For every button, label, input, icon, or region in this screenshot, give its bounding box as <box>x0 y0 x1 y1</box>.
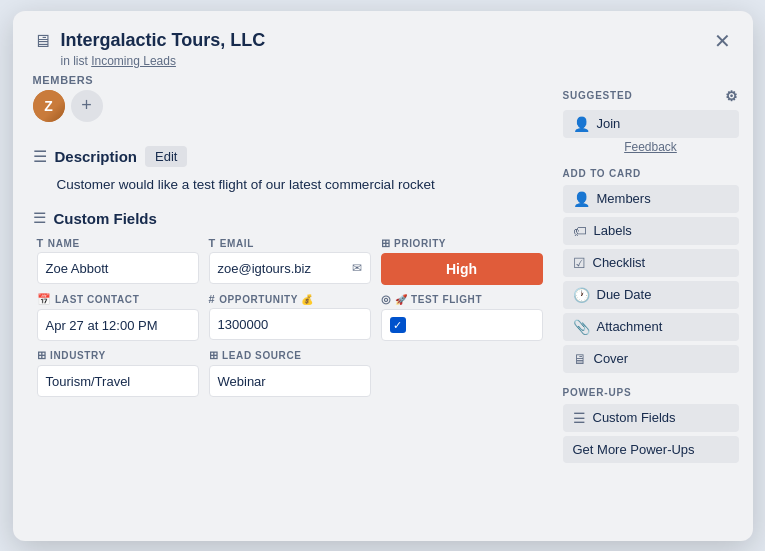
cf-industry-field: ⊞ INDUSTRY Tourism/Travel <box>37 349 199 397</box>
description-title: Description <box>55 148 138 165</box>
cf-email-field: T EMAIL zoe@igtours.biz ✉ <box>209 237 371 285</box>
description-section: ☰ Description Edit Customer would like a… <box>33 146 543 195</box>
in-list-text: in list Incoming Leads <box>61 54 733 68</box>
gear-icon[interactable]: ⚙ <box>725 88 739 104</box>
description-text: Customer would like a test flight of our… <box>33 175 543 195</box>
attachment-button[interactable]: 📎 Attachment <box>563 313 739 341</box>
add-member-button[interactable]: + <box>71 90 103 122</box>
cf-opportunity-field: # OPPORTUNITY 💰 1300000 <box>209 293 371 341</box>
avatar[interactable]: Z <box>33 90 65 122</box>
checkbox-checked-icon: ✓ <box>390 317 406 333</box>
add-to-card-label: ADD TO CARD <box>563 168 739 179</box>
cf-email-label: T EMAIL <box>209 237 371 249</box>
email-envelope-icon: ✉ <box>352 261 362 275</box>
cf-name-value[interactable]: Zoe Abbott <box>37 252 199 284</box>
members-list: Z + <box>33 90 543 136</box>
cf-email-icon: T <box>209 237 216 249</box>
cf-industry-label: ⊞ INDUSTRY <box>37 349 199 362</box>
due-date-icon: 🕐 <box>573 287 590 303</box>
cf-last-contact-field: 📅 LAST CONTACT Apr 27 at 12:00 PM <box>37 293 199 341</box>
get-more-power-ups-button[interactable]: Get More Power-Ups <box>563 436 739 463</box>
cover-button[interactable]: 🖥 Cover <box>563 345 739 373</box>
cf-test-flight-value[interactable]: ✓ <box>381 309 543 341</box>
cf-test-flight-icon: ◎ <box>381 293 392 306</box>
cf-lead-source-field: ⊞ LEAD SOURCE Webinar <box>209 349 371 397</box>
desc-header: ☰ Description Edit <box>33 146 543 167</box>
cf-email-value[interactable]: zoe@igtours.biz ✉ <box>209 252 371 284</box>
edit-description-button[interactable]: Edit <box>145 146 187 167</box>
cf-name-label: T NAME <box>37 237 199 249</box>
cf-test-flight-label: ◎ 🚀 TEST FLIGHT <box>381 293 543 306</box>
cf-industry-value[interactable]: Tourism/Travel <box>37 365 199 397</box>
custom-fields-power-up-icon: ☰ <box>573 410 586 426</box>
cf-lead-source-icon: ⊞ <box>209 349 219 362</box>
custom-fields-title: Custom Fields <box>54 210 157 227</box>
custom-fields-power-up-button[interactable]: ☰ Custom Fields <box>563 404 739 432</box>
cf-priority-value[interactable]: High <box>381 253 543 285</box>
cf-opportunity-icon: # <box>209 293 216 305</box>
checklist-button[interactable]: ☑ Checklist <box>563 249 739 277</box>
close-button[interactable]: ✕ <box>706 25 739 57</box>
description-icon: ☰ <box>33 147 47 166</box>
members-icon: 👤 <box>573 191 590 207</box>
cf-lead-source-value[interactable]: Webinar <box>209 365 371 397</box>
labels-icon: 🏷 <box>573 223 587 239</box>
main-column: MEMBERS Z + ☰ Description Edit Customer … <box>13 74 563 541</box>
custom-fields-section: ☰ Custom Fields T NAME Zoe Abbott <box>33 209 543 397</box>
members-label: MEMBERS <box>33 74 543 86</box>
card-title: Intergalactic Tours, LLC <box>61 29 733 52</box>
labels-button[interactable]: 🏷 Labels <box>563 217 739 245</box>
cf-header: ☰ Custom Fields <box>33 209 543 227</box>
sidebar: SUGGESTED ⚙ 👤 Join Feedback ADD TO CARD … <box>563 74 753 541</box>
cf-industry-icon: ⊞ <box>37 349 47 362</box>
card-modal: 🖥 Intergalactic Tours, LLC in list Incom… <box>13 11 753 541</box>
cf-priority-field: ⊞ PRIORITY High <box>381 237 543 285</box>
feedback-link[interactable]: Feedback <box>563 140 739 154</box>
cf-priority-label: ⊞ PRIORITY <box>381 237 543 250</box>
suggested-label: SUGGESTED ⚙ <box>563 88 739 104</box>
cf-test-flight-field: ◎ 🚀 TEST FLIGHT ✓ <box>381 293 543 341</box>
cf-last-contact-icon: 📅 <box>37 293 52 306</box>
members-button[interactable]: 👤 Members <box>563 185 739 213</box>
title-block: Intergalactic Tours, LLC in list Incomin… <box>61 29 733 68</box>
checklist-icon: ☑ <box>573 255 586 271</box>
cf-opportunity-label: # OPPORTUNITY 💰 <box>209 293 371 305</box>
avatar-face: Z <box>33 90 65 122</box>
cf-last-contact-label: 📅 LAST CONTACT <box>37 293 199 306</box>
cf-name-icon: T <box>37 237 44 249</box>
cf-priority-icon: ⊞ <box>381 237 391 250</box>
list-link[interactable]: Incoming Leads <box>91 54 176 68</box>
cf-name-field: T NAME Zoe Abbott <box>37 237 199 285</box>
cf-opportunity-value[interactable]: 1300000 <box>209 308 371 340</box>
custom-fields-icon: ☰ <box>33 209 46 227</box>
members-section: MEMBERS Z + <box>33 74 543 146</box>
power-ups-label: POWER-UPS <box>563 387 739 398</box>
card-icon: 🖥 <box>33 31 51 52</box>
modal-header: 🖥 Intergalactic Tours, LLC in list Incom… <box>13 11 753 74</box>
join-button[interactable]: 👤 Join <box>563 110 739 138</box>
modal-body: MEMBERS Z + ☰ Description Edit Customer … <box>13 74 753 541</box>
cover-icon: 🖥 <box>573 351 587 367</box>
cf-grid: T NAME Zoe Abbott T EMAIL zoe@igtours.bi… <box>33 237 543 397</box>
join-icon: 👤 <box>573 116 590 132</box>
cf-lead-source-label: ⊞ LEAD SOURCE <box>209 349 371 362</box>
cf-last-contact-value[interactable]: Apr 27 at 12:00 PM <box>37 309 199 341</box>
attachment-icon: 📎 <box>573 319 590 335</box>
due-date-button[interactable]: 🕐 Due Date <box>563 281 739 309</box>
